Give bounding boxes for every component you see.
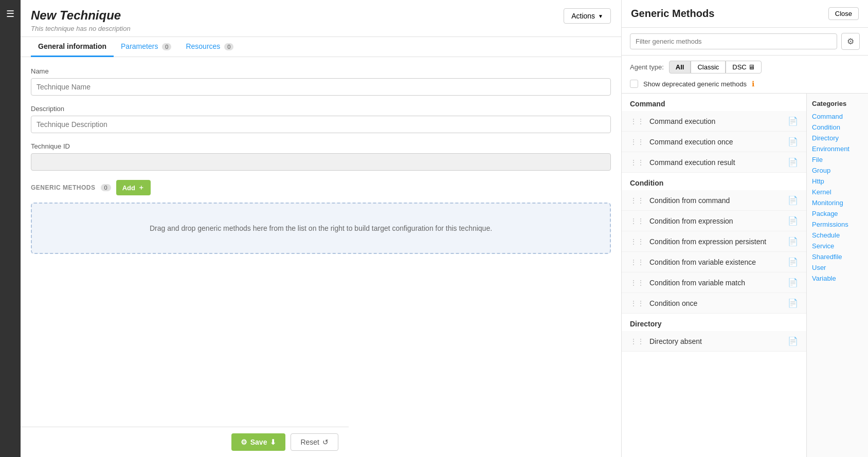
method-name: Condition from variable existence: [649, 258, 783, 266]
method-name: Command execution result: [649, 158, 783, 167]
method-item[interactable]: ⋮⋮ Condition from variable existence 📄: [622, 252, 806, 272]
header: New Technique This technique has no desc…: [21, 0, 621, 37]
technique-id-input[interactable]: [31, 153, 611, 171]
category-link-package[interactable]: Package: [812, 210, 863, 217]
method-item[interactable]: ⋮⋮ Command execution 📄: [622, 111, 806, 132]
method-doc-icon[interactable]: 📄: [788, 195, 798, 205]
category-link-schedule[interactable]: Schedule: [812, 231, 863, 239]
method-doc-icon[interactable]: 📄: [788, 278, 798, 287]
method-group-command: Command: [622, 94, 806, 111]
categories-title: Categories: [812, 100, 863, 107]
hamburger-icon[interactable]: ☰: [6, 8, 14, 20]
reset-icon: ↺: [322, 438, 329, 446]
form-area: Name Description Technique ID GENERIC ME…: [21, 57, 621, 457]
description-label: Description: [31, 105, 611, 113]
name-input[interactable]: [31, 78, 611, 96]
agent-type-all-button[interactable]: All: [669, 61, 691, 74]
description-input[interactable]: [31, 116, 611, 133]
drag-handle-icon: ⋮⋮: [630, 158, 644, 167]
method-name: Command execution once: [649, 138, 783, 146]
method-item[interactable]: ⋮⋮ Condition once 📄: [622, 293, 806, 314]
method-name: Command execution: [649, 117, 783, 125]
save-label: Save: [250, 438, 267, 446]
right-panel: Generic Methods Close ⚙ Agent type: All …: [621, 0, 868, 457]
category-link-monitoring[interactable]: Monitoring: [812, 199, 863, 207]
method-doc-icon[interactable]: 📄: [788, 298, 798, 308]
drop-zone-text: Drag and drop generic methods here from …: [150, 224, 492, 232]
method-doc-icon[interactable]: 📄: [788, 157, 798, 167]
save-gear-icon: ⚙: [241, 438, 247, 446]
add-button[interactable]: Add ＋: [116, 180, 151, 195]
category-link-permissions[interactable]: Permissions: [812, 221, 863, 228]
deprecated-row: Show deprecated generic methods ℹ: [622, 77, 868, 94]
method-doc-icon[interactable]: 📄: [788, 257, 798, 267]
category-link-user[interactable]: User: [812, 264, 863, 271]
parameters-badge: 0: [162, 43, 171, 50]
drag-handle-icon: ⋮⋮: [630, 217, 644, 225]
header-left: New Technique This technique has no desc…: [31, 8, 131, 32]
generic-methods-title: GENERIC METHODS: [31, 184, 96, 191]
technique-id-group: Technique ID: [31, 142, 611, 171]
category-link-service[interactable]: Service: [812, 242, 863, 250]
footer: ⚙ Save ⬇ Reset ↺: [21, 427, 349, 457]
drag-handle-icon: ⋮⋮: [630, 258, 644, 266]
method-item[interactable]: ⋮⋮ Directory absent 📄: [622, 331, 806, 352]
drag-handle-icon: ⋮⋮: [630, 237, 644, 246]
method-item[interactable]: ⋮⋮ Command execution result 📄: [622, 152, 806, 173]
method-doc-icon[interactable]: 📄: [788, 336, 798, 346]
page-title: New Technique: [31, 8, 131, 23]
category-link-condition[interactable]: Condition: [812, 123, 863, 131]
description-group: Description: [31, 105, 611, 133]
agent-type-dsc-button[interactable]: DSC 🖥: [726, 61, 762, 74]
save-button[interactable]: ⚙ Save ⬇: [231, 433, 286, 451]
reset-button[interactable]: Reset ↺: [291, 433, 338, 451]
method-group-condition: Condition: [622, 173, 806, 190]
method-name: Condition once: [649, 299, 783, 307]
sidebar: ☰: [0, 0, 21, 457]
filter-input[interactable]: [630, 33, 837, 49]
category-link-sharedfile[interactable]: Sharedfile: [812, 253, 863, 261]
category-link-group[interactable]: Group: [812, 167, 863, 174]
categories-panel: Categories CommandConditionDirectoryEnvi…: [806, 94, 868, 457]
category-link-environment[interactable]: Environment: [812, 145, 863, 153]
method-doc-icon[interactable]: 📄: [788, 236, 798, 246]
method-name: Condition from expression: [649, 217, 783, 225]
deprecated-checkbox[interactable]: [630, 80, 638, 88]
methods-list: Command ⋮⋮ Command execution 📄 ⋮⋮ Comman…: [622, 94, 806, 457]
tab-resources[interactable]: Resources 0: [178, 37, 241, 57]
method-doc-icon[interactable]: 📄: [788, 137, 798, 147]
actions-label: Actions: [571, 12, 595, 20]
method-item[interactable]: ⋮⋮ Condition from command 📄: [622, 190, 806, 211]
categories-links: CommandConditionDirectoryEnvironmentFile…: [812, 113, 863, 282]
method-item[interactable]: ⋮⋮ Condition from variable match 📄: [622, 272, 806, 293]
filter-row: ⚙: [622, 28, 868, 56]
actions-button[interactable]: Actions ▼: [564, 8, 611, 24]
technique-id-label: Technique ID: [31, 142, 611, 150]
category-link-directory[interactable]: Directory: [812, 134, 863, 142]
agent-type-label: Agent type:: [630, 63, 664, 71]
resources-badge: 0: [224, 43, 233, 50]
agent-type-classic-button[interactable]: Classic: [691, 61, 726, 74]
tab-general-information[interactable]: General information: [31, 37, 114, 57]
method-item[interactable]: ⋮⋮ Command execution once 📄: [622, 132, 806, 152]
drag-handle-icon: ⋮⋮: [630, 196, 644, 205]
category-link-kernel[interactable]: Kernel: [812, 188, 863, 196]
method-doc-icon[interactable]: 📄: [788, 116, 798, 126]
page-subtitle: This technique has no description: [31, 25, 131, 32]
add-icon: ＋: [138, 183, 144, 192]
drag-handle-icon: ⋮⋮: [630, 279, 644, 287]
method-item[interactable]: ⋮⋮ Condition from expression 📄: [622, 211, 806, 231]
category-link-command[interactable]: Command: [812, 113, 863, 120]
drop-zone: Drag and drop generic methods here from …: [31, 203, 611, 254]
category-link-http[interactable]: Http: [812, 177, 863, 185]
method-item[interactable]: ⋮⋮ Condition from expression persistent …: [622, 231, 806, 252]
actions-caret-icon: ▼: [598, 13, 603, 19]
category-link-variable[interactable]: Variable: [812, 275, 863, 282]
filter-options-button[interactable]: ⚙: [841, 33, 860, 50]
info-icon: ℹ: [752, 80, 754, 88]
category-link-file[interactable]: File: [812, 156, 863, 163]
close-button[interactable]: Close: [828, 7, 859, 20]
method-doc-icon[interactable]: 📄: [788, 216, 798, 226]
main-content: New Technique This technique has no desc…: [21, 0, 621, 457]
tab-parameters[interactable]: Parameters 0: [114, 37, 178, 57]
